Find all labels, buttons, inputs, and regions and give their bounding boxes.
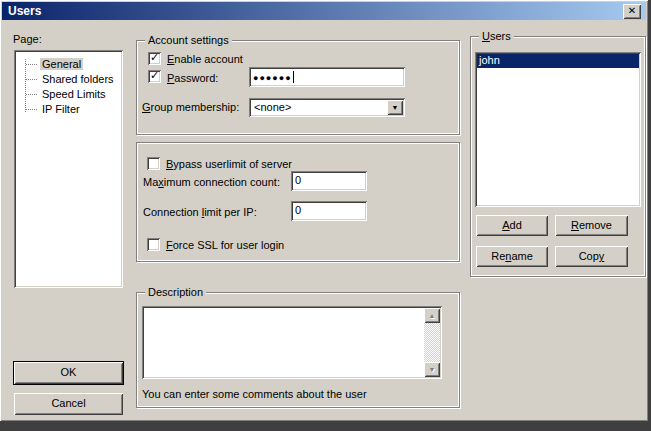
force-ssl-checkbox[interactable] [147,238,160,251]
scroll-up-icon[interactable]: ▲ [424,308,440,323]
copy-user-button[interactable]: Copy [555,246,628,267]
users-list[interactable]: john [475,52,641,207]
description-hint: You can enter some comments about the us… [142,388,367,400]
page-label: Page: [13,33,42,45]
description-title: Description [145,286,206,298]
max-connection-count-label: Maximum connection count: [143,176,280,188]
account-settings-title: Account settings [145,34,232,46]
enable-account-label[interactable]: Enable account [167,53,243,65]
enable-account-checkbox[interactable] [148,52,161,65]
close-icon[interactable]: ✕ [623,4,641,19]
user-list-item[interactable]: john [477,54,639,68]
tree-item-shared-folders[interactable]: Shared folders [17,72,120,87]
users-group-title: Users [479,30,514,42]
password-value: ●●●●●● [253,73,292,83]
rename-user-button[interactable]: Rename [476,246,548,267]
description-textarea[interactable]: ▲ ▼ [142,306,442,379]
group-membership-select[interactable]: <none> ▼ [249,98,405,117]
ok-button[interactable]: OK [14,362,123,384]
text-caret [293,71,294,83]
window-title: Users [8,4,41,18]
password-label[interactable]: Password: [167,72,218,84]
titlebar[interactable]: Users [2,2,646,20]
scroll-down-icon[interactable]: ▼ [424,362,440,377]
force-ssl-label[interactable]: Force SSL for user login [166,239,284,251]
screen: { "window": { "title": "Users", "close_i… [0,0,651,431]
group-membership-label: Group membership: [142,101,239,113]
tree-item-speed-limits[interactable]: Speed Limits [17,87,120,102]
bypass-userlimit-label[interactable]: Bypass userlimit of server [166,158,292,170]
password-input[interactable]: ●●●●●● [249,67,405,87]
page-tree-items: General Shared folders Speed Limits IP F… [17,53,120,285]
max-connection-count-input[interactable]: 0 [291,171,367,191]
connection-limit-per-ip-label: Connection limit per IP: [143,206,257,218]
users-dialog: Users ✕ Page: General Shared folders Spe… [0,0,648,421]
add-user-button[interactable]: Add [476,215,548,236]
password-checkbox[interactable] [148,70,161,83]
chevron-down-icon[interactable]: ▼ [387,100,403,115]
group-membership-value: <none> [254,101,291,113]
tree-item-general[interactable]: General [17,57,120,72]
description-scrollbar[interactable]: ▲ ▼ [424,308,440,377]
tree-item-ip-filter[interactable]: IP Filter [17,102,120,117]
remove-user-button[interactable]: Remove [555,215,628,236]
page-tree[interactable]: General Shared folders Speed Limits IP F… [14,50,123,288]
bypass-userlimit-checkbox[interactable] [147,157,160,170]
cancel-button[interactable]: Cancel [14,393,123,415]
connection-limit-per-ip-input[interactable]: 0 [291,201,367,221]
